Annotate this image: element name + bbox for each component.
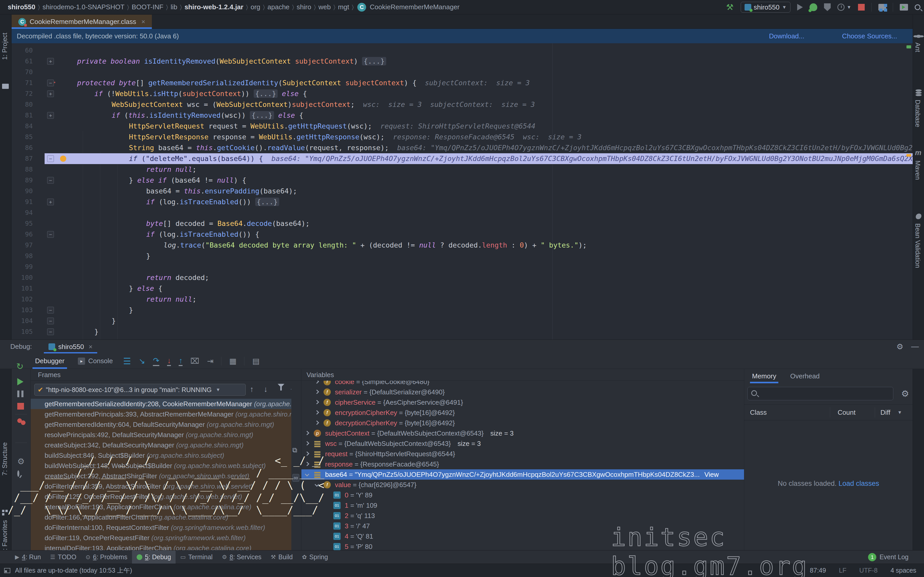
code-line[interactable]: 85HttpServletResponse response = WebUtil… [11, 132, 913, 142]
settings-gear-icon[interactable]: ⚙ [897, 342, 903, 351]
breadcrumb-item[interactable]: shiro550 [8, 3, 36, 11]
breadcrumb-item[interactable]: mgt [338, 3, 349, 11]
thread-selector[interactable]: ✔ "http-nio-8080-exec-10"@6...3 in group… [34, 384, 246, 396]
code-line[interactable]: 88return null; [11, 164, 913, 175]
run-to-cursor-icon[interactable]: ⇥ [207, 356, 213, 366]
debug-session-tab[interactable]: shiro550 × [44, 340, 97, 354]
code-line[interactable]: 91+if (log.isTraceEnabled()) {...} [11, 197, 913, 207]
search-everywhere-icon[interactable] [915, 4, 921, 10]
fold-marker[interactable]: + [47, 90, 54, 97]
code-line[interactable]: 102return null; [11, 294, 913, 305]
variable-row[interactable]: request = {ShiroHttpServletRequest@6544} [301, 449, 744, 459]
filter-frames-icon[interactable] [278, 384, 284, 396]
fold-marker[interactable]: − [47, 318, 54, 324]
tree-chevron-icon[interactable] [305, 472, 309, 477]
database-icon[interactable] [916, 89, 922, 92]
debug-button[interactable] [809, 3, 817, 11]
code-line[interactable]: 105−} [11, 326, 913, 337]
variable-row[interactable]: 010 = 'Y' 89 [301, 490, 744, 500]
tree-chevron-icon[interactable] [315, 421, 319, 425]
stack-frame-row[interactable]: doFilterInternal:100, RequestContextFilt… [31, 522, 301, 533]
encoding-indicator[interactable]: UTF-8 [859, 567, 877, 574]
variable-row[interactable]: psubjectContext = {DefaultWebSubjectCont… [301, 428, 744, 438]
next-frame-icon[interactable]: ↓ [264, 385, 268, 393]
memory-settings-gear-icon[interactable]: ⚙ [901, 388, 909, 399]
variable-row[interactable]: 011 = 'm' 109 [301, 500, 744, 511]
breakpoint-icon[interactable] [60, 156, 66, 162]
frames-list[interactable]: getRememberedSerializedIdentity:208, Coo… [31, 399, 301, 550]
stack-frame-row[interactable]: internalDoFilter:193, ApplicationFilterC… [31, 543, 301, 550]
code-editor[interactable]: 6061@+private boolean isIdentityRemoved(… [11, 43, 913, 340]
code-line[interactable]: 89−} else if (base64 != null) { [11, 175, 913, 186]
show-execution-point-icon[interactable]: ↘ [139, 356, 145, 366]
close-icon[interactable]: × [89, 343, 92, 351]
sort-chevron-icon[interactable]: ▼ [897, 405, 902, 420]
tab-overhead[interactable]: Overhead [788, 369, 822, 383]
bean-validation-icon[interactable] [916, 214, 921, 219]
tool-window-button-todo[interactable]: ☰TODO [46, 550, 81, 564]
breadcrumb-item[interactable]: apache [268, 3, 289, 11]
variable-row[interactable]: fcookie = {SimpleCookie@6480} [301, 381, 744, 387]
tree-chevron-icon[interactable] [315, 400, 319, 405]
breadcrumb-item[interactable]: shiro [297, 3, 311, 11]
stack-frame-row[interactable]: createSubject:342, DefaultSecurityManage… [31, 440, 301, 450]
stack-frame-row[interactable]: buildWebSubject:148, WebSubject$Builder … [31, 461, 301, 471]
view-value-link[interactable]: View [704, 471, 719, 478]
event-log-button[interactable]: 1 Event Log [868, 553, 908, 561]
fold-marker[interactable]: − [47, 155, 54, 162]
step-out-icon[interactable]: ↑ [179, 356, 183, 366]
tool-window-button----debug[interactable]: 5: Debug [132, 550, 176, 564]
tree-chevron-icon[interactable] [315, 410, 319, 415]
fold-marker[interactable]: + [47, 58, 54, 64]
breadcrumb-item[interactable]: lib [171, 3, 178, 11]
pin-tab-icon[interactable] [17, 471, 19, 477]
tab-memory[interactable]: Memory [750, 369, 778, 383]
pause-icon[interactable] [17, 390, 23, 397]
step-over-icon[interactable]: ↷ [153, 356, 159, 366]
tree-chevron-icon[interactable] [305, 441, 309, 446]
code-line[interactable]: 86String base64 = this.getCookie().readV… [11, 142, 913, 153]
run-anything-icon[interactable] [900, 4, 908, 11]
code-line[interactable]: 98} [11, 251, 913, 261]
sidebar-item-project[interactable]: 1: Project [1, 33, 8, 60]
sidebar-item-bean-validation[interactable]: Bean Validation [914, 223, 921, 268]
rerun-icon[interactable]: ↻ [16, 361, 24, 371]
sidebar-item-ant[interactable]: Ant [914, 42, 921, 52]
structure-icon[interactable] [2, 510, 8, 516]
fold-marker[interactable]: − [47, 307, 54, 313]
variable-row[interactable]: base64 = "Ymq/QPnZz5/oJUOEPh4O7ygznWnzC/… [301, 469, 744, 480]
variable-row[interactable]: 013 = '/' 47 [301, 521, 744, 531]
code-line[interactable]: 61@+private boolean isIdentityRemoved(We… [11, 56, 913, 67]
code-line[interactable]: 96−if (log.isTraceEnabled()) { [11, 229, 913, 240]
resume-icon[interactable] [17, 378, 23, 385]
line-ending-indicator[interactable]: LF [839, 567, 846, 574]
sidebar-item-favorites[interactable]: 2: Favorites [1, 520, 8, 554]
code-line[interactable]: 104−} [11, 316, 913, 326]
code-line[interactable]: 84HttpServletRequest request = WebUtils.… [11, 121, 913, 132]
choose-sources-link[interactable]: Choose Sources... [842, 32, 897, 40]
fold-marker[interactable]: − [47, 177, 54, 184]
variable-row[interactable]: 014 = 'Q' 81 [301, 531, 744, 542]
close-icon[interactable]: × [141, 18, 145, 26]
variable-row[interactable]: fvalue = {char[6296]@6547} [301, 480, 744, 490]
tree-chevron-icon[interactable] [315, 381, 319, 384]
stack-frame-row[interactable]: doFilter:119, OncePerRequestFilter (org.… [31, 533, 301, 543]
tool-window-toggle-icon[interactable] [4, 568, 10, 573]
prev-frame-icon[interactable]: ↑ [250, 385, 254, 393]
variable-row[interactable]: wsc = {DefaultWebSubjectContext@6543}siz… [301, 438, 744, 449]
maven-icon[interactable]: m [915, 148, 921, 157]
error-stripe-mark[interactable] [906, 154, 911, 156]
breadcrumb[interactable]: shiro550〉shirodemo-1.0-SNAPSHOT〉BOOT-INF… [0, 3, 461, 11]
stack-frame-row[interactable]: resolvePrincipals:492, DefaultSecurityMa… [31, 430, 301, 440]
step-into-icon[interactable]: ↓ [167, 356, 171, 366]
layout-list-icon[interactable]: ☰ [123, 356, 131, 366]
copy-stack-icon[interactable]: ⧉ [292, 446, 297, 454]
coverage-button[interactable] [824, 3, 831, 11]
stack-frame-row[interactable]: doFilter:166, ApplicationFilterChain (or… [31, 512, 301, 522]
code-line[interactable]: 72+if (!WebUtils.isHttp(subjectContext))… [11, 89, 913, 99]
code-line[interactable]: 101} else { [11, 283, 913, 294]
code-line[interactable]: 95byte[] decoded = Base64.decode(base64)… [11, 218, 913, 229]
code-line[interactable]: 90base64 = this.ensurePadding(base64); [11, 186, 913, 197]
tab-debugger[interactable]: Debugger [28, 353, 71, 369]
stack-frame-row[interactable]: buildSubject:846, Subject$Builder (org.a… [31, 450, 301, 461]
